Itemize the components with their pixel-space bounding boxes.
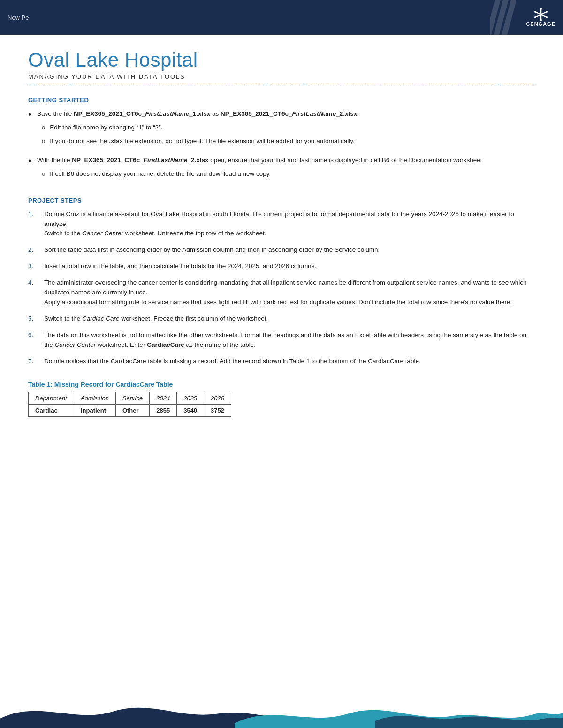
bottom-wave-decoration	[0, 690, 563, 728]
step-number: 6.	[28, 330, 38, 350]
top-bar: New Pe CENGAGE	[0, 0, 563, 35]
list-item: • With the file NP_EX365_2021_CT6c_First…	[28, 156, 535, 183]
svg-point-4	[540, 8, 542, 10]
sub-bullet-marker: o	[42, 169, 45, 179]
svg-point-7	[546, 16, 548, 18]
subtitle-divider	[28, 83, 535, 83]
svg-point-9	[534, 16, 536, 18]
getting-started-section: GETTING STARTED • Save the file NP_EX365…	[28, 97, 535, 183]
missing-record-table: Department Admission Service 2024 2025 2…	[28, 392, 231, 417]
cengage-logo-icon: CENGAGE	[526, 8, 555, 27]
table-header-row: Department Admission Service 2024 2025 2…	[29, 392, 231, 404]
list-item: 4. The administrator overseeing the canc…	[28, 278, 535, 308]
sub-bullet-marker: o	[42, 136, 45, 146]
col-2025: 2025	[177, 392, 204, 404]
step-content: Donnie notices that the CardiacCare tabl…	[44, 357, 535, 367]
step-number: 1.	[28, 210, 38, 239]
col-2024: 2024	[150, 392, 177, 404]
list-item: 3. Insert a total row in the table, and …	[28, 262, 535, 271]
bullet-dot: •	[28, 155, 31, 183]
page-subtitle: MANAGING YOUR DATA WITH DATA TOOLS	[28, 73, 535, 80]
step-content: Sort the table data first in ascending o…	[44, 245, 535, 255]
list-item: • Save the file NP_EX365_2021_CT6c_First…	[28, 109, 535, 150]
cengage-icon-svg	[533, 8, 549, 21]
step-number: 4.	[28, 278, 38, 308]
cell-2025: 3540	[177, 404, 204, 416]
diagonal-decoration	[490, 0, 516, 35]
sub-bullet-list: o If cell B6 does not display your name,…	[42, 169, 535, 179]
bullet-text: Save the file NP_EX365_2021_CT6c_FirstLa…	[37, 110, 357, 117]
cengage-text: CENGAGE	[526, 21, 555, 27]
tab-label: New Pe	[8, 14, 29, 21]
cell-department: Cardiac	[29, 404, 74, 416]
list-item: 1. Donnie Cruz is a finance assistant fo…	[28, 210, 535, 239]
step-content: The administrator overseeing the cancer …	[44, 278, 535, 308]
cell-2024: 2855	[150, 404, 177, 416]
main-content: Oval Lake Hospital MANAGING YOUR DATA WI…	[0, 35, 563, 417]
page-title: Oval Lake Hospital	[28, 49, 535, 71]
svg-point-8	[546, 11, 548, 13]
sub-bullet-text: If you do not see the .xlsx file extensi…	[50, 136, 354, 146]
step-content: The data on this worksheet is not format…	[44, 330, 535, 350]
svg-point-6	[534, 11, 536, 13]
step-content: Switch to the Cardiac Care worksheet. Fr…	[44, 314, 535, 324]
col-department: Department	[29, 392, 74, 404]
table1-heading: Table 1: Missing Record for CardiacCare …	[28, 381, 535, 388]
sub-bullet-list: o Edit the file name by changing “1” to …	[42, 123, 535, 146]
step-number: 5.	[28, 314, 38, 324]
bullet-content: With the file NP_EX365_2021_CT6c_FirstLa…	[37, 156, 535, 183]
getting-started-list: • Save the file NP_EX365_2021_CT6c_First…	[28, 109, 535, 183]
sub-bullet-marker: o	[42, 123, 45, 133]
cell-admission: Inpatient	[74, 404, 115, 416]
col-2026: 2026	[204, 392, 231, 404]
list-item: o If you do not see the .xlsx file exten…	[42, 136, 535, 146]
step-content: Donnie Cruz is a finance assistant for O…	[44, 210, 535, 239]
col-admission: Admission	[74, 392, 115, 404]
list-item: o Edit the file name by changing “1” to …	[42, 123, 535, 133]
step-number: 3.	[28, 262, 38, 271]
bullet-dot: •	[28, 109, 31, 150]
numbered-list: 1. Donnie Cruz is a finance assistant fo…	[28, 210, 535, 367]
step-number: 7.	[28, 357, 38, 367]
cengage-logo: CENGAGE	[526, 8, 555, 27]
project-steps-heading: PROJECT STEPS	[28, 197, 535, 204]
list-item: 5. Switch to the Cardiac Care worksheet.…	[28, 314, 535, 324]
sub-bullet-text: If cell B6 does not display your name, d…	[50, 169, 271, 179]
getting-started-heading: GETTING STARTED	[28, 97, 535, 104]
project-steps-section: PROJECT STEPS 1. Donnie Cruz is a financ…	[28, 197, 535, 367]
list-item: 7. Donnie notices that the CardiacCare t…	[28, 357, 535, 367]
sub-bullet-text: Edit the file name by changing “1” to “2…	[50, 123, 162, 133]
table-row: Cardiac Inpatient Other 2855 3540 3752	[29, 404, 231, 416]
list-item: o If cell B6 does not display your name,…	[42, 169, 535, 179]
cell-2026: 3752	[204, 404, 231, 416]
list-item: 6. The data on this worksheet is not for…	[28, 330, 535, 350]
list-item: 2. Sort the table data first in ascendin…	[28, 245, 535, 255]
step-content: Insert a total row in the table, and the…	[44, 262, 535, 271]
col-service: Service	[115, 392, 149, 404]
step-number: 2.	[28, 245, 38, 255]
bullet-text: With the file NP_EX365_2021_CT6c_FirstLa…	[37, 157, 484, 164]
table1-section: Table 1: Missing Record for CardiacCare …	[28, 381, 535, 417]
cell-service: Other	[115, 404, 149, 416]
bullet-content: Save the file NP_EX365_2021_CT6c_FirstLa…	[37, 109, 535, 150]
